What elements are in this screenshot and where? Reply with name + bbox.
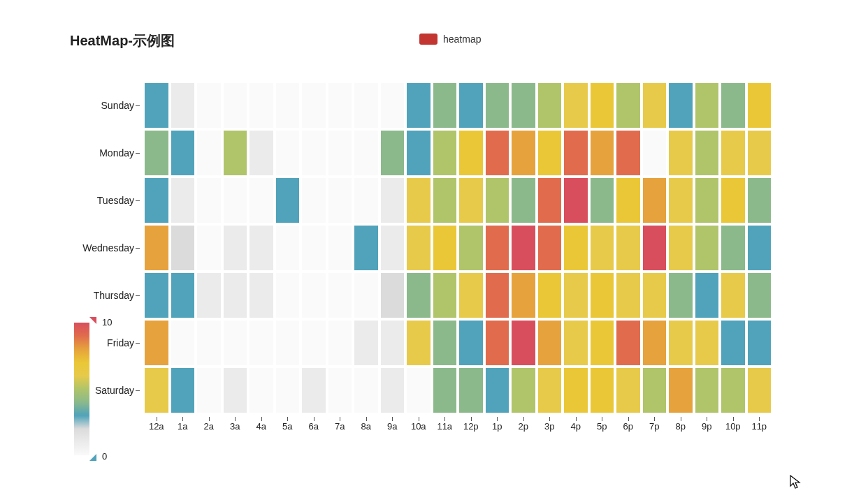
heatmap-cell[interactable] xyxy=(275,367,301,414)
heatmap-cell[interactable] xyxy=(327,129,354,177)
heatmap-cell[interactable] xyxy=(143,319,170,367)
heatmap-cell[interactable] xyxy=(170,177,196,224)
heatmap-cell[interactable] xyxy=(510,129,537,177)
heatmap-cell[interactable] xyxy=(275,177,301,224)
heatmap-cell[interactable] xyxy=(432,82,458,129)
heatmap-cell[interactable] xyxy=(720,224,746,272)
heatmap-cell[interactable] xyxy=(379,367,406,414)
heatmap-cell[interactable] xyxy=(642,177,668,224)
heatmap-cell[interactable] xyxy=(746,319,773,367)
heatmap-cell[interactable] xyxy=(353,129,379,177)
heatmap-cell[interactable] xyxy=(379,129,406,177)
heatmap-cell[interactable] xyxy=(642,319,668,367)
heatmap-cell[interactable] xyxy=(222,367,249,414)
heatmap-cell[interactable] xyxy=(405,367,432,414)
heatmap-cell[interactable] xyxy=(537,272,563,319)
heatmap-cell[interactable] xyxy=(248,319,275,367)
heatmap-cell[interactable] xyxy=(458,129,484,177)
heatmap-cell[interactable] xyxy=(458,82,484,129)
heatmap-cell[interactable] xyxy=(694,82,721,129)
heatmap-cell[interactable] xyxy=(196,367,222,414)
heatmap-cell[interactable] xyxy=(563,272,589,319)
heatmap-cell[interactable] xyxy=(510,224,537,272)
heatmap-cell[interactable] xyxy=(301,367,327,414)
heatmap-cell[interactable] xyxy=(746,82,773,129)
heatmap-cell[interactable] xyxy=(667,224,694,272)
heatmap-cell[interactable] xyxy=(353,367,379,414)
heatmap-cell[interactable] xyxy=(458,367,484,414)
heatmap-cell[interactable] xyxy=(405,129,432,177)
heatmap-cell[interactable] xyxy=(589,177,616,224)
heatmap-cell[interactable] xyxy=(720,177,746,224)
legend[interactable]: heatmap xyxy=(419,34,481,45)
heatmap-cell[interactable] xyxy=(222,82,249,129)
heatmap-cell[interactable] xyxy=(720,367,746,414)
heatmap-cell[interactable] xyxy=(484,224,511,272)
heatmap-cell[interactable] xyxy=(694,367,721,414)
heatmap-cell[interactable] xyxy=(432,319,458,367)
heatmap-cell[interactable] xyxy=(222,272,249,319)
heatmap-cell[interactable] xyxy=(537,129,563,177)
visualmap[interactable]: 10 0 xyxy=(74,317,137,471)
heatmap-cell[interactable] xyxy=(143,272,170,319)
heatmap-cell[interactable] xyxy=(405,177,432,224)
heatmap-cell[interactable] xyxy=(143,129,170,177)
heatmap-cell[interactable] xyxy=(379,177,406,224)
heatmap-cell[interactable] xyxy=(642,129,668,177)
heatmap-cell[interactable] xyxy=(275,319,301,367)
heatmap-cell[interactable] xyxy=(170,224,196,272)
visualmap-min-handle[interactable] xyxy=(89,454,96,461)
heatmap-cell[interactable] xyxy=(143,82,170,129)
heatmap-cell[interactable] xyxy=(589,272,616,319)
heatmap-cell[interactable] xyxy=(196,82,222,129)
heatmap-cell[interactable] xyxy=(563,367,589,414)
heatmap-cell[interactable] xyxy=(615,367,642,414)
heatmap-cell[interactable] xyxy=(746,177,773,224)
heatmap-cell[interactable] xyxy=(170,367,196,414)
heatmap-cell[interactable] xyxy=(484,319,511,367)
heatmap-cell[interactable] xyxy=(589,319,616,367)
heatmap-cell[interactable] xyxy=(510,177,537,224)
heatmap-cell[interactable] xyxy=(196,319,222,367)
heatmap-cell[interactable] xyxy=(196,224,222,272)
heatmap-cell[interactable] xyxy=(353,319,379,367)
heatmap-cell[interactable] xyxy=(537,177,563,224)
visualmap-max-handle[interactable] xyxy=(89,317,96,324)
heatmap-cell[interactable] xyxy=(694,129,721,177)
heatmap-cell[interactable] xyxy=(327,82,354,129)
heatmap-cell[interactable] xyxy=(405,224,432,272)
heatmap-cell[interactable] xyxy=(275,129,301,177)
visualmap-gradient[interactable] xyxy=(74,323,89,455)
heatmap-cell[interactable] xyxy=(510,82,537,129)
heatmap-cell[interactable] xyxy=(667,82,694,129)
heatmap-cell[interactable] xyxy=(275,82,301,129)
heatmap-cell[interactable] xyxy=(143,367,170,414)
heatmap-cell[interactable] xyxy=(537,367,563,414)
heatmap-cell[interactable] xyxy=(432,177,458,224)
heatmap-cell[interactable] xyxy=(379,319,406,367)
heatmap-cell[interactable] xyxy=(484,82,511,129)
heatmap-cell[interactable] xyxy=(720,319,746,367)
heatmap-cell[interactable] xyxy=(170,82,196,129)
heatmap-cell[interactable] xyxy=(353,272,379,319)
heatmap-cell[interactable] xyxy=(458,319,484,367)
heatmap-cell[interactable] xyxy=(405,82,432,129)
heatmap-cell[interactable] xyxy=(248,224,275,272)
heatmap-cell[interactable] xyxy=(510,272,537,319)
heatmap-cell[interactable] xyxy=(301,129,327,177)
heatmap-cell[interactable] xyxy=(301,224,327,272)
heatmap-cell[interactable] xyxy=(222,224,249,272)
heatmap-cell[interactable] xyxy=(170,129,196,177)
heatmap-cell[interactable] xyxy=(642,272,668,319)
heatmap-cell[interactable] xyxy=(537,224,563,272)
heatmap-cell[interactable] xyxy=(301,272,327,319)
heatmap-cell[interactable] xyxy=(458,224,484,272)
heatmap-cell[interactable] xyxy=(720,82,746,129)
heatmap-cell[interactable] xyxy=(405,319,432,367)
heatmap-cell[interactable] xyxy=(694,272,721,319)
heatmap-cell[interactable] xyxy=(353,224,379,272)
heatmap-cell[interactable] xyxy=(563,82,589,129)
heatmap-cell[interactable] xyxy=(222,177,249,224)
heatmap-cell[interactable] xyxy=(196,129,222,177)
heatmap-cell[interactable] xyxy=(667,272,694,319)
